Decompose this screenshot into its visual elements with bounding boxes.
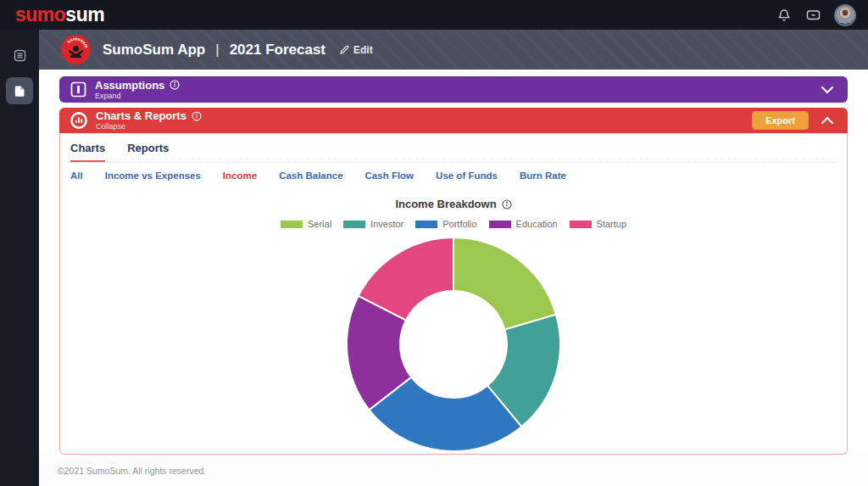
forecast-title: 2021 Forecast — [230, 42, 326, 59]
charts-reports-panel: Charts Reports All Income vs Expenses In… — [59, 133, 848, 455]
charts-reports-subtitle: Collapse — [96, 122, 202, 131]
assumptions-icon — [70, 81, 87, 98]
chart-title: Income Breakdown — [395, 198, 496, 210]
assumptions-section-header[interactable]: Assumptions Expand — [59, 76, 848, 103]
charts-reports-header-right: Export — [752, 111, 834, 130]
sidebar-item-notes[interactable] — [6, 42, 33, 69]
pencil-icon — [339, 45, 349, 55]
file-icon — [14, 84, 26, 98]
brand-logo-part2: sum — [65, 3, 104, 25]
brand-logo-part1: sumo — [15, 3, 65, 25]
legend-label: Portfolio — [442, 219, 476, 229]
legend-item: Startup — [570, 219, 626, 229]
assumptions-header-left: Assumptions Expand — [70, 80, 180, 100]
legend-label: Education — [516, 219, 558, 229]
app-header: sumosum SumoSum App | 2021 Forecast Edit — [39, 30, 868, 70]
copyright-text: ©2021 SumoSum. All rights reserved. — [58, 466, 206, 476]
title-separator: | — [215, 42, 219, 59]
legend-item: Education — [489, 219, 558, 229]
legend-swatch-investor — [343, 221, 365, 228]
assumptions-title: Assumptions — [95, 80, 164, 91]
assumptions-subtitle: Expand — [95, 92, 180, 100]
legend-item: Serial — [281, 219, 331, 229]
chart-subnav: All Income vs Expenses Income Cash Balan… — [69, 163, 838, 187]
sumosum-mascot-logo: sumosum — [61, 35, 91, 64]
charts-reports-info-icon[interactable] — [192, 111, 202, 121]
charts-reports-section-header[interactable]: Charts & Reports Collapse Export — [59, 108, 848, 133]
donut-segment-serial[interactable] — [453, 237, 556, 329]
tabs-row: Charts Reports — [69, 133, 838, 163]
chevron-down-icon[interactable] — [821, 86, 834, 94]
edit-forecast-button[interactable]: Edit — [339, 44, 373, 56]
charts-reports-header-left: Charts & Reports Collapse — [70, 110, 202, 131]
legend-swatch-portfolio — [415, 221, 437, 228]
legend-item: Investor — [343, 219, 403, 229]
journal-icon — [13, 48, 27, 63]
subnav-all[interactable]: All — [70, 170, 83, 181]
subnav-cash-balance[interactable]: Cash Balance — [279, 170, 342, 181]
subnav-income[interactable]: Income — [223, 170, 257, 181]
legend-label: Serial — [308, 219, 331, 229]
legend-label: Investor — [370, 219, 403, 229]
topbar-actions — [776, 4, 856, 26]
tab-charts[interactable]: Charts — [70, 142, 105, 162]
subnav-cash-flow[interactable]: Cash Flow — [365, 170, 415, 181]
charts-reports-title: Charts & Reports — [96, 110, 186, 121]
legend-swatch-serial — [281, 221, 303, 228]
donut-chart-container — [69, 234, 838, 455]
user-avatar[interactable] — [834, 4, 856, 26]
assumptions-titles: Assumptions Expand — [95, 80, 180, 100]
page-title: SumoSum App | 2021 Forecast — [103, 42, 326, 59]
top-bar: sumosum — [0, 0, 868, 30]
assumptions-info-icon[interactable] — [170, 80, 180, 90]
chart-area: Income Breakdown Serial Investor Portfol… — [69, 187, 838, 455]
sidebar-item-files[interactable] — [6, 77, 33, 104]
legend-swatch-education — [489, 221, 511, 228]
messages-icon[interactable] — [805, 8, 821, 23]
notifications-bell-icon[interactable] — [776, 8, 792, 23]
app-title: SumoSum App — [103, 42, 205, 59]
export-button[interactable]: Export — [752, 111, 809, 130]
tab-reports[interactable]: Reports — [127, 142, 169, 162]
legend-item: Portfolio — [415, 219, 476, 229]
main-content: Assumptions Expand Charts & Reports — [39, 70, 868, 486]
subnav-use-of-funds[interactable]: Use of Funds — [436, 170, 498, 181]
subnav-income-vs-expenses[interactable]: Income vs Expenses — [105, 170, 201, 181]
chart-info-icon[interactable] — [502, 199, 512, 209]
legend-swatch-startup — [570, 221, 592, 228]
income-donut — [343, 234, 564, 455]
charts-reports-titles: Charts & Reports Collapse — [96, 110, 202, 131]
left-sidebar — [0, 30, 39, 486]
page-footer: ©2021 SumoSum. All rights reserved. — [39, 455, 868, 486]
chevron-up-icon[interactable] — [821, 116, 834, 125]
chart-legend: Serial Investor Portfolio Education Star… — [69, 219, 838, 229]
brand-logo: sumosum — [15, 5, 104, 25]
subnav-burn-rate[interactable]: Burn Rate — [520, 170, 566, 181]
edit-label: Edit — [353, 44, 373, 56]
charts-icon — [70, 111, 88, 130]
legend-label: Startup — [597, 219, 626, 229]
assumptions-header-right — [821, 86, 834, 94]
chart-title-row: Income Breakdown — [395, 198, 511, 210]
